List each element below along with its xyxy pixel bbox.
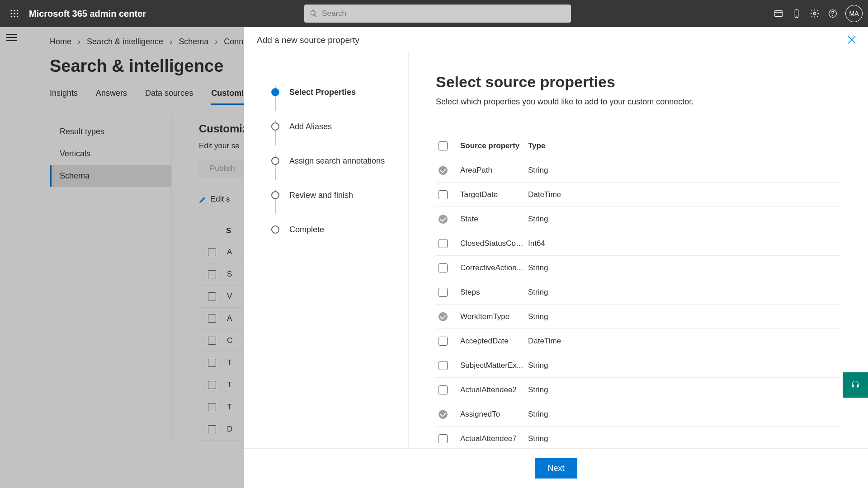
svg-point-7 <box>14 16 15 17</box>
property-type: String <box>528 215 841 224</box>
property-type: String <box>528 312 841 321</box>
property-type: String <box>528 410 841 419</box>
side-panel: Add a new source property Select Propert… <box>244 27 868 488</box>
property-type: DateTime <box>528 190 841 199</box>
form-subtitle: Select which properties you would like t… <box>436 97 841 107</box>
property-type: String <box>528 288 841 297</box>
select-all-checkbox[interactable] <box>439 141 448 150</box>
step-indicator-icon <box>271 122 279 131</box>
global-header: Microsoft 365 admin center MA <box>0 0 868 27</box>
property-name: AreaPath <box>460 166 528 175</box>
table-row[interactable]: AreaPathString <box>436 158 841 183</box>
close-panel-button[interactable] <box>846 34 857 45</box>
app-title: Microsoft 365 admin center <box>29 9 146 19</box>
table-header-row: Source property Type <box>436 134 841 158</box>
wizard-step[interactable]: Select Properties <box>271 75 408 109</box>
property-type: String <box>528 385 841 394</box>
panel-footer: Next <box>244 448 868 488</box>
wizard-step[interactable]: Complete <box>271 212 408 247</box>
close-icon <box>846 34 857 45</box>
headset-icon <box>850 380 860 390</box>
svg-point-5 <box>17 13 18 14</box>
row-checkbox[interactable] <box>439 288 448 297</box>
account-avatar[interactable]: MA <box>845 5 863 22</box>
svg-point-8 <box>17 16 18 17</box>
row-checkbox[interactable] <box>439 385 448 394</box>
table-row[interactable]: StepsString <box>436 280 841 305</box>
row-checkbox[interactable] <box>439 337 448 346</box>
row-checkbox[interactable] <box>439 190 448 199</box>
table-row[interactable]: ActualAttendee7String <box>436 427 841 448</box>
table-row[interactable]: ClosedStatusCodeInt64 <box>436 231 841 256</box>
property-name: SubjectMatterEx... <box>460 361 528 370</box>
row-checkbox[interactable] <box>439 312 448 321</box>
property-name: TargetDate <box>460 190 528 199</box>
properties-table: Source property Type AreaPathStringTarge… <box>436 134 841 448</box>
svg-point-12 <box>813 12 816 15</box>
svg-point-0 <box>11 10 12 11</box>
table-row[interactable]: CorrectiveAction...String <box>436 256 841 280</box>
shell-cloud-icon[interactable] <box>769 5 788 23</box>
settings-icon[interactable] <box>806 5 824 23</box>
panel-content: Select source properties Select which pr… <box>409 53 868 448</box>
row-checkbox[interactable] <box>439 410 448 419</box>
global-search[interactable] <box>304 5 571 23</box>
table-row[interactable]: AssignedToString <box>436 402 841 427</box>
property-type: String <box>528 263 841 272</box>
svg-rect-9 <box>775 11 783 17</box>
table-row[interactable]: StateString <box>436 207 841 231</box>
svg-point-1 <box>14 10 15 11</box>
form-title: Select source properties <box>436 73 841 91</box>
table-row[interactable]: AcceptedDateDateTime <box>436 329 841 353</box>
property-name: ActualAttendee2 <box>460 385 528 394</box>
svg-point-6 <box>11 16 12 17</box>
table-row[interactable]: TargetDateDateTime <box>436 183 841 207</box>
col-source-property[interactable]: Source property <box>460 141 528 150</box>
row-checkbox[interactable] <box>439 361 448 370</box>
property-name: ActualAttendee7 <box>460 434 528 443</box>
app-launcher-icon[interactable] <box>5 5 24 23</box>
table-row[interactable]: WorkItemTypeString <box>436 305 841 329</box>
table-row[interactable]: ActualAttendee2String <box>436 378 841 402</box>
row-checkbox[interactable] <box>439 166 448 175</box>
property-type: String <box>528 434 841 443</box>
svg-point-14 <box>833 15 833 16</box>
property-name: Steps <box>460 288 528 297</box>
property-name: State <box>460 215 528 224</box>
wizard-step[interactable]: Assign search annotations <box>271 144 408 178</box>
property-name: AcceptedDate <box>460 337 528 346</box>
next-button[interactable]: Next <box>535 458 577 479</box>
property-type: DateTime <box>528 337 841 346</box>
property-type: String <box>528 166 841 175</box>
property-name: ClosedStatusCode <box>460 239 528 248</box>
feedback-button[interactable] <box>843 372 868 398</box>
mobile-icon[interactable] <box>788 5 806 23</box>
panel-header: Add a new source property <box>244 27 868 53</box>
step-indicator-icon <box>271 191 279 199</box>
property-name: AssignedTo <box>460 410 528 419</box>
table-row[interactable]: SubjectMatterEx...String <box>436 353 841 378</box>
col-type[interactable]: Type <box>528 141 841 150</box>
step-indicator-icon <box>271 157 279 165</box>
search-input[interactable] <box>322 9 566 18</box>
search-icon <box>310 9 317 18</box>
svg-point-3 <box>11 13 12 14</box>
row-checkbox[interactable] <box>439 239 448 248</box>
wizard-steps: Select Properties Add Aliases Assign sea… <box>244 53 409 448</box>
row-checkbox[interactable] <box>439 263 448 272</box>
help-icon[interactable] <box>824 5 842 23</box>
wizard-step[interactable]: Add Aliases <box>271 109 408 144</box>
svg-point-2 <box>17 10 18 11</box>
wizard-step[interactable]: Review and finish <box>271 178 408 212</box>
property-name: CorrectiveAction... <box>460 263 528 272</box>
svg-point-11 <box>797 16 797 16</box>
row-checkbox[interactable] <box>439 434 448 443</box>
svg-point-4 <box>14 13 15 14</box>
step-indicator-icon <box>271 88 279 96</box>
row-checkbox[interactable] <box>439 215 448 224</box>
property-type: Int64 <box>528 239 841 248</box>
panel-title: Add a new source property <box>257 35 359 45</box>
step-indicator-icon <box>271 225 279 234</box>
property-type: String <box>528 361 841 370</box>
property-name: WorkItemType <box>460 312 528 321</box>
